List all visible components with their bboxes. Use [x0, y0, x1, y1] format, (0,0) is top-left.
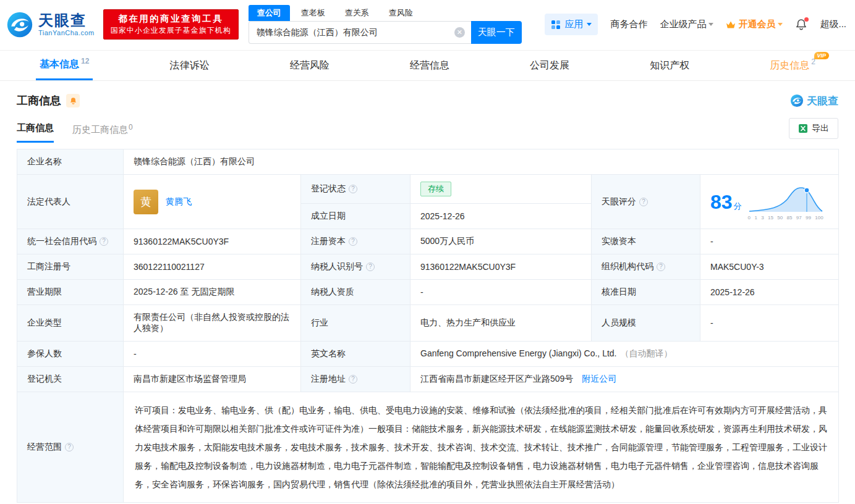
- label-company-type: 企业类型: [17, 305, 124, 342]
- monitor-bell-icon[interactable]: [66, 94, 80, 107]
- tianyancha-logo-icon: [6, 11, 33, 38]
- header-right-nav: 应用 商务合作 企业级产品 开通会员 超级...: [545, 14, 846, 35]
- nav-label: 开通会员: [738, 19, 775, 30]
- notification-bell-icon[interactable]: [795, 19, 807, 31]
- value-registration-number: 360122110021127: [124, 254, 301, 280]
- tab-label: 公司发展: [530, 59, 569, 72]
- value-insured-count: -: [124, 342, 301, 367]
- subtab-business-info[interactable]: 工商信息: [17, 122, 54, 143]
- tab-label: 经营风险: [290, 59, 330, 72]
- score-number: 83分: [710, 192, 742, 212]
- nav-enterprise-products[interactable]: 企业级产品: [660, 19, 713, 30]
- vip-badge: VIP: [814, 52, 829, 59]
- table-row: 法定代表人 黄 黄腾飞 登记状态? 存续 天眼评分? 83分: [17, 175, 839, 204]
- label-approval-date: 核准日期: [592, 280, 700, 305]
- label-organization-code: 组织机构代码?: [592, 254, 700, 280]
- label-registration-authority: 登记机关: [17, 367, 124, 392]
- slogan-line2: 国家中小企业发展子基金旗下机构: [111, 25, 231, 36]
- label-taxpayer-quality: 纳税人资质: [301, 280, 410, 305]
- search-input[interactable]: [249, 21, 471, 44]
- tab-history-info[interactable]: 历史信息 2 VIP: [766, 51, 819, 80]
- help-icon[interactable]: ?: [65, 443, 74, 452]
- tab-label: 基本信息: [40, 58, 79, 71]
- slogan-line1: 都在用的商业查询工具: [111, 12, 231, 25]
- tab-label: 经营信息: [410, 59, 449, 72]
- tab-intellectual-property[interactable]: 知识产权: [646, 51, 693, 80]
- excel-icon: [798, 124, 808, 133]
- help-icon[interactable]: ?: [639, 198, 648, 206]
- nav-open-membership[interactable]: 开通会员: [726, 19, 783, 30]
- table-row: 企业类型 有限责任公司（非自然人投资或控股的法人独资） 行业 电力、热力生产和供…: [17, 305, 839, 342]
- value-business-term: 2025-12-26 至 无固定期限: [124, 280, 301, 305]
- value-taxpayer-quality: -: [410, 280, 592, 305]
- label-credit-code: 统一社会信用代码?: [17, 229, 124, 254]
- tianyancha-watermark-icon: [790, 94, 804, 107]
- label-paid-capital: 实缴资本: [592, 229, 700, 254]
- search-button[interactable]: 天眼一下: [471, 21, 522, 44]
- value-english-name: Ganfeng Comprehensive Energy (Jiangxi) C…: [410, 342, 839, 367]
- help-icon[interactable]: ?: [349, 237, 357, 246]
- business-info-table: 企业名称 赣锋综合能源（江西）有限公司 法定代表人 黄 黄腾飞 登记状态? 存续…: [17, 149, 839, 503]
- apps-menu-button[interactable]: 应用: [545, 14, 598, 35]
- value-taxpayer-id: 91360122MAK5CU0Y3F: [410, 254, 592, 280]
- tab-basic-info[interactable]: 基本信息 12: [36, 51, 93, 80]
- search-area: 查公司 查老板 查关系 查风险 ✕ 天眼一下: [249, 5, 522, 44]
- tab-label: 知识产权: [650, 59, 689, 72]
- legal-rep-link[interactable]: 黄腾飞: [166, 196, 192, 208]
- tab-company-development[interactable]: 公司发展: [526, 51, 573, 80]
- subtab-history-business-info[interactable]: 历史工商信息0: [72, 124, 133, 143]
- search-tab-boss[interactable]: 查老板: [292, 5, 334, 21]
- tianyancha-logo[interactable]: 天眼查 TianYanCha.com: [6, 11, 95, 38]
- crown-icon: [726, 20, 736, 29]
- export-button[interactable]: 导出: [789, 118, 838, 139]
- apps-grid-icon: [551, 20, 561, 30]
- clear-search-icon[interactable]: ✕: [454, 27, 465, 38]
- label-establish-date: 成立日期: [301, 204, 410, 229]
- tab-operating-info[interactable]: 经营信息: [406, 51, 453, 80]
- logo-brand-text: 天眼查: [38, 12, 95, 28]
- notification-dot: [804, 17, 809, 22]
- legal-rep-avatar[interactable]: 黄: [134, 190, 158, 214]
- value-legal-representative: 黄 黄腾飞: [124, 175, 301, 229]
- export-label: 导出: [812, 123, 829, 134]
- help-icon[interactable]: ?: [657, 262, 665, 271]
- help-icon[interactable]: ?: [349, 185, 357, 193]
- value-company-name: 赣锋综合能源（江西）有限公司: [124, 149, 839, 175]
- search-tab-relation[interactable]: 查关系: [336, 5, 378, 21]
- nav-business-cooperation[interactable]: 商务合作: [610, 19, 647, 30]
- value-registration-authority: 南昌市新建区市场监督管理局: [124, 367, 301, 392]
- help-icon[interactable]: ?: [100, 237, 108, 246]
- value-approval-date: 2025-12-26: [700, 280, 839, 305]
- value-business-scope: 许可项目：发电业务、输电业务、供（配）电业务，输电、供电、受电电力设施的安装、维…: [124, 392, 839, 503]
- help-icon[interactable]: ?: [366, 262, 375, 271]
- table-row: 登记机关 南昌市新建区市场监督管理局 注册地址? 江西省南昌市新建区经开区产业路…: [17, 367, 839, 392]
- watermark-brand-text: 天眼查: [807, 94, 838, 108]
- label-tianyan-score: 天眼评分?: [592, 175, 700, 229]
- help-icon[interactable]: ?: [349, 375, 357, 384]
- label-industry: 行业: [301, 305, 410, 342]
- label-english-name: 英文名称: [301, 342, 410, 367]
- chevron-down-icon: [778, 23, 783, 28]
- search-tab-risk[interactable]: 查风险: [380, 5, 422, 21]
- nav-label: 企业级产品: [660, 19, 706, 30]
- label-taxpayer-id: 纳税人识别号?: [301, 254, 410, 280]
- table-row: 经营范围? 许可项目：发电业务、输电业务、供（配）电业务，输电、供电、受电电力设…: [17, 392, 839, 503]
- value-staff-size: -: [700, 305, 839, 342]
- search-tab-company[interactable]: 查公司: [249, 5, 290, 21]
- tab-label: 历史信息: [770, 59, 809, 72]
- company-section-tabs: 基本信息 12 法律诉讼 经营风险 经营信息 公司发展 知识产权 历史信息 2 …: [0, 51, 855, 81]
- table-row: 营业期限 2025-12-26 至 无固定期限 纳税人资质 - 核准日期 202…: [17, 280, 839, 305]
- label-business-term: 营业期限: [17, 280, 124, 305]
- label-legal-representative: 法定代表人: [17, 175, 124, 229]
- tab-operating-risk[interactable]: 经营风险: [286, 51, 333, 80]
- value-paid-capital: -: [700, 229, 839, 254]
- value-organization-code: MAK5CU0Y-3: [700, 254, 839, 280]
- label-company-name: 企业名称: [17, 149, 124, 175]
- value-establish-date: 2025-12-26: [410, 204, 592, 229]
- nav-label: 商务合作: [610, 19, 647, 30]
- tab-legal-proceedings[interactable]: 法律诉讼: [166, 51, 213, 80]
- label-insured-count: 参保人数: [17, 342, 124, 367]
- nav-super-vip[interactable]: 超级...: [820, 19, 846, 30]
- nearby-companies-link[interactable]: 附近公司: [582, 374, 616, 384]
- table-row: 企业名称 赣锋综合能源（江西）有限公司: [17, 149, 839, 175]
